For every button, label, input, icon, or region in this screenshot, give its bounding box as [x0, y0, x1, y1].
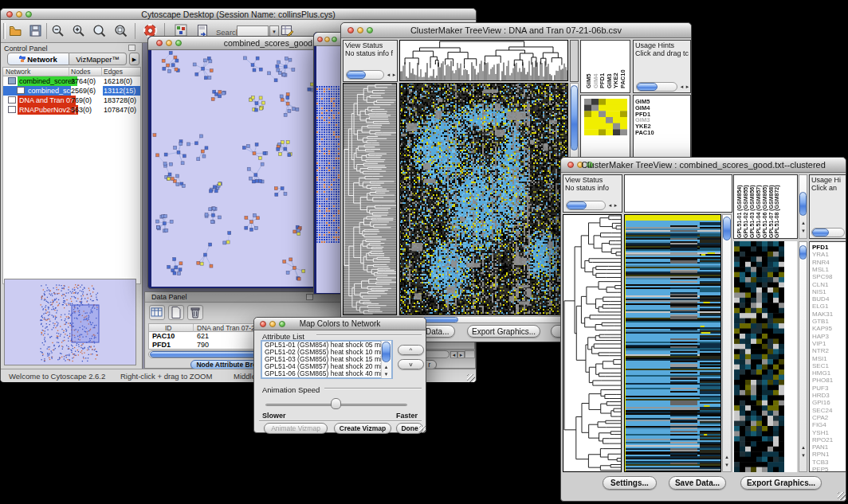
tv2-gene-label[interactable]: SPC98 — [812, 273, 832, 280]
minimize-button[interactable] — [324, 37, 330, 42]
float-panel-icon[interactable] — [128, 45, 135, 51]
tv2-column-label[interactable]: GPL51-03 (GSM856) — [749, 185, 755, 238]
tv2-gene-label[interactable]: PEP5 — [812, 466, 828, 472]
close-button[interactable] — [317, 37, 323, 42]
tv2-gene-label[interactable]: PUF3 — [812, 385, 828, 392]
tv2-gene-label[interactable]: SEC24 — [812, 407, 832, 414]
network-list-row[interactable]: DNA and Tran 07769(0)183728(0) — [3, 96, 140, 105]
tv1-column-label[interactable]: PAC10 — [619, 69, 626, 88]
col-nodes[interactable]: Nodes — [71, 68, 91, 76]
tv2-row-dendrogram[interactable] — [563, 214, 622, 472]
col-edges[interactable]: Edges — [104, 68, 123, 76]
tv2-heatmap[interactable] — [624, 214, 721, 472]
tv2-gene-label[interactable]: MSL1 — [812, 266, 829, 273]
tv2-gene-label[interactable]: GPI16 — [812, 399, 830, 406]
tv2-gene-label[interactable]: YRA1 — [812, 251, 829, 258]
tv2-export-graphics-button[interactable]: Export Graphics... — [740, 476, 822, 490]
tv1-column-dendrogram[interactable] — [399, 40, 568, 81]
scroll-up-arrow[interactable]: ▴ — [800, 220, 807, 226]
network-name[interactable]: combined_sco — [26, 86, 76, 96]
tv2-gene-label[interactable]: RPO21 — [812, 436, 833, 443]
float-datapanel-icon[interactable] — [306, 294, 313, 300]
network-name[interactable]: combined_scores — [18, 76, 77, 86]
move-up-button[interactable]: ^ — [398, 345, 424, 355]
scroll-down-arrow[interactable]: ▾ — [383, 371, 390, 377]
tv2-heatmap-vscroll-thumb[interactable] — [723, 217, 731, 240]
tv2-zoom-vscroll-thumb[interactable] — [799, 245, 807, 260]
dense-network-canvas[interactable] — [316, 46, 342, 293]
move-down-button[interactable]: v — [398, 359, 424, 369]
tv2-settings-button[interactable]: Settings... — [603, 476, 657, 490]
tv2-gene-label[interactable]: HAP3 — [812, 333, 829, 340]
tv1-export-graphics-button[interactable]: Export Graphics... — [467, 325, 540, 338]
tv1-row-dendrogram[interactable] — [343, 83, 397, 315]
tv2-column-label[interactable]: GPL51-08 (GSM872) — [774, 185, 779, 238]
zoom-fit-icon[interactable] — [92, 24, 106, 41]
scroll-left-arrow[interactable]: ◂ — [386, 72, 391, 79]
tv2-gene-label[interactable]: GTB1 — [812, 318, 829, 325]
scroll-up-arrow[interactable]: ▴ — [383, 364, 390, 370]
scroll-left-arrow[interactable]: ◂ — [607, 202, 613, 209]
speed-slider-thumb[interactable] — [331, 398, 341, 409]
birdseye-panel[interactable] — [4, 279, 136, 365]
treeview1-title-bar[interactable]: ClusterMaker TreeView : DNA and Tran 07-… — [341, 23, 691, 38]
network-list-row[interactable]: RNAPuberNov2+|563(0)107847(0) — [3, 105, 140, 115]
tv1-column-label[interactable]: GIM5 — [585, 74, 592, 88]
tv2-column-label[interactable]: GPL51-02 (GSM855) — [743, 185, 748, 238]
network-list-row[interactable]: combined_scores2764(0)16218(0) — [3, 76, 140, 86]
datapanel-trash-icon[interactable] — [187, 305, 203, 320]
dialog-title-bar[interactable]: Map Colors to Network — [254, 318, 426, 330]
create-vizmap-button[interactable]: Create Vizmap — [334, 423, 391, 434]
scroll-right-arrow[interactable]: ▸ — [613, 202, 618, 209]
dense-window-title-bar[interactable] — [314, 33, 340, 46]
zoom-in-icon[interactable] — [72, 24, 85, 41]
scroll-left-arrow[interactable]: ◂ — [679, 84, 685, 91]
tv2-gene-label[interactable]: NTR2 — [812, 347, 829, 354]
tv2-column-label[interactable]: GPL51-01 (GSM854) — [736, 185, 742, 238]
tv2-save-data-button[interactable]: Save Data... — [669, 476, 726, 490]
network-list-row[interactable]: combined_sco2569(6)13112(15) — [3, 86, 140, 96]
tv2-hints-scroll-thumb[interactable] — [812, 229, 829, 236]
tv2-status-scroll-thumb[interactable] — [567, 201, 587, 209]
tv1-status-scroll-thumb[interactable] — [347, 71, 366, 79]
tv2-gene-label[interactable]: PAN1 — [812, 443, 828, 451]
tv2-column-label[interactable]: GPL51-06 (GSM865) — [762, 185, 768, 238]
animate-vizmap-button[interactable]: Animate Vizmap — [264, 423, 328, 434]
tv2-column-label[interactable]: GPL51-07 (GSM868) — [768, 185, 774, 238]
attribute-list-item[interactable]: GPL51-07 (GSM868) heat shock 60 min — [262, 377, 391, 379]
network-name[interactable]: RNAPuberNov2+| — [18, 105, 78, 115]
tv1-heatmap-hscroll-thumb[interactable] — [422, 317, 458, 322]
tv2-gene-label[interactable]: RNR4 — [812, 259, 830, 266]
tv1-summary-matrix[interactable] — [584, 99, 627, 135]
tv2-gene-label[interactable]: VIP1 — [812, 340, 826, 347]
scroll-down-arrow[interactable]: ▾ — [724, 462, 730, 468]
scroll-up-arrow[interactable]: ▴ — [800, 444, 807, 451]
main-resize-grip[interactable] — [467, 374, 475, 382]
scroll-left-arrow[interactable]: ◂ — [450, 351, 457, 358]
tv1-heatmap[interactable] — [399, 83, 568, 315]
attribute-listbox[interactable]: GPL51-01 (GSM854) heat shock 05 minGPL51… — [261, 340, 393, 379]
tv1-row-label[interactable]: PAC10 — [635, 129, 654, 136]
zoom-out-icon[interactable] — [51, 24, 65, 41]
tv2-collabels-scroll-thumb[interactable] — [799, 192, 807, 216]
tv2-gene-label[interactable]: RPN1 — [812, 451, 829, 458]
tv1-column-label[interactable]: PFD1 — [599, 73, 606, 88]
col-network[interactable]: Network — [6, 68, 30, 76]
tv2-gene-label[interactable]: PHO81 — [812, 377, 833, 384]
tv2-gene-label[interactable]: KAP95 — [812, 325, 832, 332]
tv2-gene-label[interactable]: CPA2 — [812, 414, 828, 421]
network-name[interactable]: DNA and Tran 07 — [18, 96, 76, 105]
open-file-icon[interactable] — [9, 24, 22, 41]
scroll-down-arrow[interactable]: ▾ — [800, 228, 807, 234]
tab-vizmapper[interactable]: VizMapper™ — [69, 53, 127, 65]
tv2-gene-label[interactable]: TCB3 — [812, 459, 828, 466]
main-title-bar[interactable]: Cytoscape Desktop (Session Name: collins… — [1, 9, 476, 20]
tv2-gene-label[interactable]: HMG1 — [812, 369, 830, 377]
scroll-right-arrow[interactable]: ▸ — [391, 72, 397, 79]
tv2-gene-label[interactable]: NIS1 — [812, 288, 826, 295]
tv2-gene-label[interactable]: HRD3 — [812, 392, 830, 399]
tv2-gene-label[interactable]: FIG4 — [812, 421, 826, 428]
zoom-button[interactable] — [332, 37, 337, 42]
tv2-zoom-heatmap[interactable] — [733, 241, 797, 472]
tab-network[interactable]: Network — [7, 53, 69, 65]
